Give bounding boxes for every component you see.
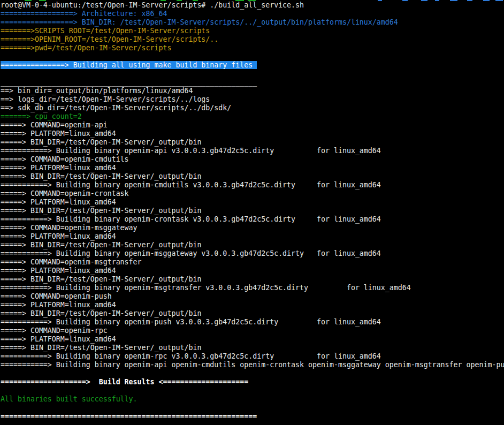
underscore-separator: ________________________________________… <box>1 78 257 86</box>
bin-dir-line: =====> BIN_DIR=/test/Open-IM-Server/_out… <box>1 344 201 352</box>
terminal-line: ===========> Building binary openim-api … <box>1 361 504 369</box>
platform-line: =====> PLATFORM=linux_amd64 <box>1 335 116 343</box>
command-line: =====> COMMAND=openim-crontask <box>1 189 129 198</box>
command-line: =====> COMMAND=openim-push <box>1 292 112 300</box>
terminal-line: =====> PLATFORM=linux_amd64 <box>1 301 504 309</box>
terminal-line: =====> COMMAND=openim-msggateway <box>1 224 504 232</box>
bin-dir-var-line: ==> bin_dir=_output/bin/platforms/linux/… <box>1 87 193 95</box>
platform-line: =====> PLATFORM=linux_amd64 <box>1 164 116 172</box>
terminal-line <box>1 369 504 378</box>
platform-line: =====> PLATFORM=linux_amd64 <box>1 301 116 309</box>
terminal-line: =====> BIN_DIR=/test/Open-IM-Server/_out… <box>1 344 504 352</box>
terminal-line <box>1 386 504 395</box>
platform-line: =====> PLATFORM=linux_amd64 <box>1 130 116 138</box>
terminal-line: =====> COMMAND=openim-push <box>1 292 504 301</box>
terminal-line: ===========> Building binary openim-api … <box>1 147 504 155</box>
build-results-header: ====================> Build Results <===… <box>1 378 248 386</box>
terminal-line: =====> BIN_DIR=/test/Open-IM-Server/_out… <box>1 241 504 249</box>
terminal-line: ===========> Building binary openim-push… <box>1 318 504 327</box>
terminal-line <box>1 52 504 61</box>
terminal-line: =====> PLATFORM=linux_amd64 <box>1 164 504 172</box>
command-line: =====> COMMAND=openim-cmdutils <box>1 155 129 163</box>
cpu-count-line: ======> cpu_count=2 <box>1 112 82 120</box>
bin-dir-line: =====> BIN_DIR=/test/Open-IM-Server/_out… <box>1 275 201 283</box>
platform-line: =====> PLATFORM=linux_amd64 <box>1 267 116 275</box>
terminal-line: =====> COMMAND=openim-msgtransfer <box>1 258 504 267</box>
building-binary-line: ===========> Building binary openim-cmdu… <box>1 181 381 189</box>
prompt-line: root@VM-0-4-ubuntu:/test/Open-IM-Server/… <box>1 1 304 9</box>
terminal-line: ====================> Build Results <===… <box>1 378 504 386</box>
terminal-line: =====> COMMAND=openim-api <box>1 121 504 130</box>
terminal-line: ===========> Building binary openim-cmdu… <box>1 181 504 189</box>
terminal-line: =====> PLATFORM=linux_amd64 <box>1 232 504 241</box>
terminal-line: ________________________________________… <box>1 78 504 87</box>
terminal-line: ==> sdk_db_dir=/test/Open-IM-Server/scri… <box>1 104 504 112</box>
bin-dir-line: =====> BIN_DIR=/test/Open-IM-Server/_out… <box>1 309 201 317</box>
terminal-line: ======> cpu_count=2 <box>1 112 504 121</box>
terminal-line: =====> BIN_DIR=/test/Open-IM-Server/_out… <box>1 172 504 181</box>
bin-dir-line: =================> BIN_DIR: /test/Open-I… <box>1 18 398 26</box>
terminal-line: =====> PLATFORM=linux_amd64 <box>1 335 504 344</box>
terminal-line: =====> BIN_DIR=/test/Open-IM-Server/_out… <box>1 275 504 284</box>
terminal-line: =====> BIN_DIR=/test/Open-IM-Server/_out… <box>1 138 504 147</box>
equals-separator: ========================================… <box>1 412 257 420</box>
command-line: =====> COMMAND=openim-api <box>1 121 108 129</box>
building-binary-line: ===========> Building binary openim-api … <box>1 147 381 155</box>
platform-line: =====> PLATFORM=linux_amd64 <box>1 198 116 206</box>
terminal-line: ===========> Building binary openim-rpc … <box>1 352 504 361</box>
terminal-line: =======>OPENIM_ROOT=/test/Open-IM-Server… <box>1 35 504 44</box>
building-binary-line: ===========> Building binary openim-msgg… <box>1 249 381 257</box>
terminal-line: ===========> Building binary openim-msgt… <box>1 284 504 292</box>
terminal-line <box>1 404 504 412</box>
openim-root-line: =======>OPENIM_ROOT=/test/Open-IM-Server… <box>1 35 218 43</box>
command-line: =====> COMMAND=openim-rpc <box>1 327 108 335</box>
terminal-line: ===========> Building binary openim-cron… <box>1 215 504 224</box>
terminal-line: root@VM-0-4-ubuntu:/test/Open-IM-Server/… <box>1 1 504 10</box>
terminal-line: =====> COMMAND=openim-cmdutils <box>1 155 504 164</box>
scripts-root-line: =======>SCRIPTS_ROOT=/test/Open-IM-Serve… <box>1 27 210 35</box>
terminal-line: ========================================… <box>1 412 504 421</box>
terminal-line: ==> logs_dir=/test/Open-IM-Server/script… <box>1 95 504 104</box>
building-all-binaries-line: ===========> Building binary openim-api … <box>1 361 504 369</box>
terminal-line: All binaries built successfully. <box>1 395 504 404</box>
terminal-line: =====> COMMAND=openim-crontask <box>1 189 504 198</box>
bin-dir-line: =====> BIN_DIR=/test/Open-IM-Server/_out… <box>1 172 201 180</box>
terminal-line: =====> PLATFORM=linux_amd64 <box>1 267 504 275</box>
bin-dir-line: =====> BIN_DIR=/test/Open-IM-Server/_out… <box>1 138 201 146</box>
building-binary-line: ===========> Building binary openim-cron… <box>1 215 381 223</box>
terminal-line: =======>pwd=/test/Open-IM-Server/scripts <box>1 44 504 52</box>
command-line: =====> COMMAND=openim-msggateway <box>1 224 138 232</box>
building-all-banner: ===============> Building all using make… <box>1 61 257 69</box>
success-message: All binaries built successfully. <box>1 395 138 403</box>
terminal-line: =====> BIN_DIR=/test/Open-IM-Server/_out… <box>1 207 504 215</box>
terminal-output: root@VM-0-4-ubuntu:/test/Open-IM-Server/… <box>1 1 504 421</box>
building-binary-line: ===========> Building binary openim-push… <box>1 318 381 326</box>
platform-line: =====> PLATFORM=linux_amd64 <box>1 232 116 240</box>
terminal-line: ==> bin_dir=_output/bin/platforms/linux/… <box>1 87 504 95</box>
terminal-line: ===========> Building binary openim-msgg… <box>1 249 504 258</box>
architecture-line: =================> Architecture: x86_64 <box>1 10 167 18</box>
terminal-line: =====> BIN_DIR=/test/Open-IM-Server/_out… <box>1 309 504 318</box>
terminal-line: =====> PLATFORM=linux_amd64 <box>1 198 504 207</box>
sdk-db-dir-var-line: ==> sdk_db_dir=/test/Open-IM-Server/scri… <box>1 104 231 112</box>
terminal-line: =================> BIN_DIR: /test/Open-I… <box>1 18 504 27</box>
building-binary-line: ===========> Building binary openim-rpc … <box>1 352 381 360</box>
pwd-line: =======>pwd=/test/Open-IM-Server/scripts <box>1 44 171 52</box>
building-binary-line: ===========> Building binary openim-msgt… <box>1 284 411 292</box>
bin-dir-line: =====> BIN_DIR=/test/Open-IM-Server/_out… <box>1 241 201 249</box>
terminal-line: =====> COMMAND=openim-rpc <box>1 327 504 335</box>
terminal-screen[interactable]: root@VM-0-4-ubuntu:/test/Open-IM-Server/… <box>0 0 504 425</box>
terminal-line: ===============> Building all using make… <box>1 61 504 70</box>
terminal-line: =======>SCRIPTS_ROOT=/test/Open-IM-Serve… <box>1 27 504 35</box>
terminal-line: =================> Architecture: x86_64 <box>1 10 504 18</box>
bin-dir-line: =====> BIN_DIR=/test/Open-IM-Server/_out… <box>1 207 201 215</box>
logs-dir-var-line: ==> logs_dir=/test/Open-IM-Server/script… <box>1 95 210 103</box>
terminal-line <box>1 70 504 78</box>
command-line: =====> COMMAND=openim-msgtransfer <box>1 258 142 266</box>
terminal-line: =====> PLATFORM=linux_amd64 <box>1 130 504 138</box>
